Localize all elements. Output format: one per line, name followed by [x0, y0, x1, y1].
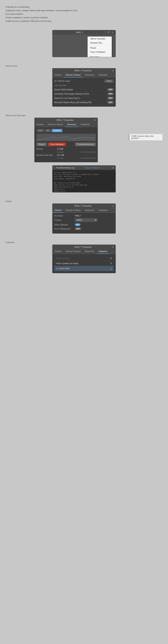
- tab-general-res[interactable]: General: [35, 122, 46, 127]
- usb-device-name-0: Generic Media Reader: [54, 88, 73, 91]
- dialog-close-devices[interactable]: ✕: [112, 69, 114, 72]
- dialog-body-devices: No CD/DVD image Select USB Devices Gener…: [52, 78, 116, 106]
- context-menu-force-shutdown[interactable]: Force Shutdown: [88, 50, 112, 54]
- tab-general-snap[interactable]: General: [52, 249, 64, 254]
- restart-button[interactable]: Restart: [36, 142, 47, 146]
- log-body: version: gnome-boxes 3.x host cpu: Intel…: [52, 170, 116, 192]
- context-menu-receive-file[interactable]: Receive File...: [88, 41, 112, 45]
- properties-dialog-devices: RHEL 7 Properties ✕ General Devices & Sh…: [52, 68, 116, 107]
- tab-resources-devices[interactable]: Resources: [83, 73, 96, 78]
- disk-row: Maximum Disk Size 21.5 GiB: [36, 154, 96, 156]
- context-menu-pause[interactable]: Pause: [88, 46, 112, 50]
- snapshot-row-current: ■ Current State ▲: [54, 266, 114, 271]
- run-bg-toggle[interactable]: OFF: [75, 228, 81, 230]
- vm-back-btn[interactable]: ‹: [54, 31, 56, 34]
- run-bg-label: Run in Background: [54, 228, 75, 230]
- memory-value: 1.0 GiB: [57, 148, 63, 150]
- tab-snapshots-res[interactable]: Snapshots: [78, 122, 92, 127]
- memory-max-value: 15.4 GB (maximum): [81, 151, 96, 153]
- section-label-memory-disk: Memory and Disk space: [6, 114, 162, 116]
- dialog-title-snapshots: RHEL 7 Properties: [54, 246, 112, 248]
- network-chart: [36, 134, 96, 141]
- troubleshoot-log-button[interactable]: Troubleshooting log: [75, 142, 96, 146]
- vm-close-btn[interactable]: ✕: [111, 31, 114, 34]
- tab-snapshots-gen[interactable]: Snapshots: [96, 208, 110, 213]
- memory-sub-value: 64.0 MiB: [57, 151, 64, 153]
- tab-snapshots-devices[interactable]: Snapshots: [96, 73, 110, 78]
- res-tab-io[interactable]: I/O: [45, 129, 51, 132]
- vm-menu-btn[interactable]: ☰: [107, 31, 110, 34]
- vm-context-menu-section: ‹ RHEL 7 ⛶ ☰ ✕ Add to Favorites Receive …: [6, 30, 162, 57]
- dialog-close-general[interactable]: ✕: [112, 204, 114, 207]
- tab-resources-gen[interactable]: Resources: [83, 208, 96, 213]
- tab-general-devices[interactable]: General: [52, 73, 64, 78]
- usb-toggle-0[interactable]: OFF: [107, 88, 114, 91]
- log-line-8: spice-0.12.1: [54, 188, 114, 190]
- dialog-title-devices: RHEL 7 Properties: [54, 70, 112, 72]
- dialog-close-resources[interactable]: ✕: [94, 119, 96, 122]
- intro-line2: Change box name, change maximum disk spa…: [6, 9, 162, 12]
- force-shutdown-button[interactable]: Force Shutdown: [48, 142, 66, 146]
- disk-label: Maximum Disk Size: [36, 154, 57, 156]
- dialog-tabs-snapshots: General Devices & Shares Resources Snaps…: [52, 249, 116, 254]
- context-menu-properties[interactable]: Properties: [88, 55, 112, 57]
- vm-fullscreen-btn[interactable]: ⛶: [103, 31, 106, 34]
- share-clipboard-toggle[interactable]: ON: [75, 223, 80, 226]
- tab-resources-res[interactable]: Resources: [65, 122, 78, 127]
- tab-devices-snap[interactable]: Devices & Shares: [64, 249, 83, 254]
- display-section: RHEL 7 Properties ✕ General Devices & Sh…: [6, 204, 162, 234]
- tab-resources-snap[interactable]: Resources: [83, 249, 96, 254]
- snapshot-settings-icon-1[interactable]: ⚙: [110, 262, 112, 265]
- properties-dialog-resources: RHEL 7 Properties ✕ General Devices & Sh…: [34, 118, 98, 162]
- intro-line3: Force quit a machine.: [6, 13, 162, 16]
- tab-devices-shares[interactable]: Devices & Shares: [64, 73, 83, 78]
- log-copy-button[interactable]: Copy to Clipboard: [85, 167, 100, 169]
- log-back-button[interactable]: ‹: [54, 166, 55, 169]
- properties-dialog-general: RHEL 7 Properties ✕ General Devices & Sh…: [52, 204, 116, 234]
- snapshot-settings-icon-0[interactable]: ⚙: [110, 257, 112, 260]
- intro-section: Properties as a modal dialog Change box …: [6, 4, 162, 25]
- no-cdrom-label: No CD/DVD image: [54, 80, 70, 82]
- disk-max-value: 117.6 GiB (maximum): [79, 157, 96, 159]
- usb-section-title: USB Devices: [54, 84, 114, 86]
- context-menu-divider-1: [88, 45, 112, 46]
- tab-devices-res[interactable]: Devices & Shares: [46, 122, 65, 127]
- resources-note: FIXME: precise value entry perhaps?: [129, 134, 162, 140]
- log-line-3: free memory: 1024256 kB: [54, 178, 114, 180]
- dialog-body-snapshots: 2014-07-10 13:02 ⚙ Fedora Updates pre te…: [52, 254, 116, 273]
- usb-toggle-3[interactable]: OFF: [107, 101, 114, 104]
- troubleshoot-log-section: ‹ Troubleshooting Log Copy to Clipboard …: [6, 165, 162, 192]
- usb-device-row-1: Omnivision Technologies Webcam OVS11 OFF: [54, 92, 114, 96]
- log-window: ‹ Troubleshooting Log Copy to Clipboard …: [52, 165, 116, 192]
- tab-general-gen[interactable]: General: [52, 208, 64, 213]
- select-cdrom-button[interactable]: Select: [104, 80, 114, 83]
- box-name-row: Box Name RHEL 7: [54, 215, 114, 217]
- usb-toggle-2[interactable]: OFF: [107, 97, 114, 100]
- dialog-tabs-general: General Devices & Shares Resources Snaps…: [52, 208, 116, 213]
- log-close-button[interactable]: ✕: [112, 166, 114, 169]
- protocol-row: Protocol SPICE VNC: [54, 218, 114, 222]
- context-menu-add-favorites[interactable]: Add to Favorites: [88, 37, 112, 41]
- resources-sub-tabs: CPU I/O Network: [36, 129, 96, 132]
- snapshot-current-icon[interactable]: ▲: [110, 267, 112, 270]
- log-line-7: agent qca version 0.11: [54, 186, 114, 188]
- tab-devices-gen[interactable]: Devices & Shares: [64, 208, 83, 213]
- run-bg-row: Run in Background OFF: [54, 228, 114, 230]
- dialog-close-snapshots[interactable]: ✕: [112, 246, 114, 248]
- box-name-value: RHEL 7: [75, 215, 81, 217]
- log-line-9: libvirt-1.2.4: [54, 190, 114, 192]
- tab-snapshots-snap[interactable]: Snapshots: [96, 249, 110, 254]
- snapshot-name-1: Fedora Updates pre testing: [56, 262, 109, 264]
- res-tab-network[interactable]: Network: [52, 129, 62, 132]
- usb-toggle-1[interactable]: OFF: [107, 92, 114, 95]
- disk-value: 21.5 GiB: [57, 154, 64, 156]
- protocol-select[interactable]: SPICE VNC: [75, 218, 97, 222]
- context-menu-divider-2: [88, 54, 112, 54]
- log-line-4: ...: [54, 180, 114, 182]
- dialog-titlebar-devices: RHEL 7 Properties ✕: [52, 68, 116, 73]
- res-tab-cpu[interactable]: CPU: [36, 129, 44, 132]
- memory-row: Memory 1.0 GiB: [36, 148, 96, 150]
- vm-titlebar: ‹ RHEL 7 ⛶ ☰ ✕: [52, 30, 116, 34]
- snapshot-check-icon: ■: [56, 267, 57, 270]
- no-cdrom-row: No CD/DVD image Select: [54, 80, 114, 83]
